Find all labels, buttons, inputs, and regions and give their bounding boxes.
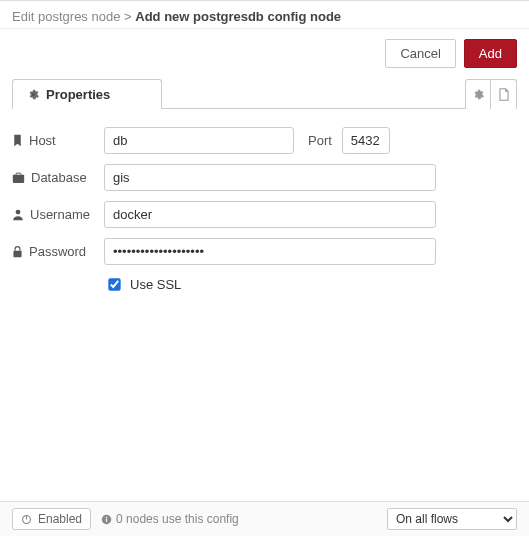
lock-icon [12,245,23,258]
port-label: Port [308,133,332,148]
breadcrumb-prev[interactable]: Edit postgres node [12,9,120,24]
power-icon [21,514,32,525]
row-username: Username [12,201,517,228]
add-button[interactable]: Add [464,39,517,68]
host-label: Host [12,133,104,148]
form-body: Host Port Database [12,109,517,501]
usage-info: 0 nodes use this config [101,512,377,526]
username-label: Username [12,207,104,222]
cancel-button[interactable]: Cancel [385,39,455,68]
tab-properties[interactable]: Properties [12,79,162,109]
ssl-checkbox[interactable] [108,278,120,290]
footer-bar: Enabled 0 nodes use this config On all f… [0,501,529,536]
host-input[interactable] [104,127,294,154]
info-icon [101,514,112,525]
dialog-actions: Cancel Add [0,29,529,78]
briefcase-icon [12,172,25,184]
settings-tab-button[interactable] [465,79,491,109]
gear-icon [472,88,485,101]
gear-icon [27,88,40,101]
docs-tab-button[interactable] [491,79,517,109]
tab-bar: Properties [12,78,517,109]
username-input[interactable] [104,201,436,228]
password-label: Password [12,244,104,259]
row-password: Password [12,238,517,265]
svg-rect-1 [16,173,21,175]
username-label-text: Username [30,207,90,222]
password-input[interactable] [104,238,436,265]
bookmark-icon [12,134,23,147]
breadcrumb-separator: > [124,9,132,24]
database-label: Database [12,170,104,185]
breadcrumb-current: Add new postgresdb config node [135,9,341,24]
row-database: Database [12,164,517,191]
breadcrumb: Edit postgres node > Add new postgresdb … [0,1,529,29]
database-label-text: Database [31,170,87,185]
row-ssl: Use SSL [104,275,517,294]
svg-rect-3 [13,251,21,258]
svg-rect-7 [106,518,107,521]
row-host: Host Port [12,127,517,154]
tab-label: Properties [46,87,110,102]
svg-rect-8 [106,516,107,517]
file-icon [498,88,510,101]
svg-point-2 [16,210,21,215]
ssl-label: Use SSL [130,277,181,292]
port-input[interactable] [342,127,390,154]
host-label-text: Host [29,133,56,148]
enabled-label: Enabled [38,512,82,526]
enabled-toggle[interactable]: Enabled [12,508,91,530]
user-icon [12,208,24,221]
password-label-text: Password [29,244,86,259]
usage-text: 0 nodes use this config [116,512,239,526]
scope-select[interactable]: On all flows [387,508,517,530]
database-input[interactable] [104,164,436,191]
